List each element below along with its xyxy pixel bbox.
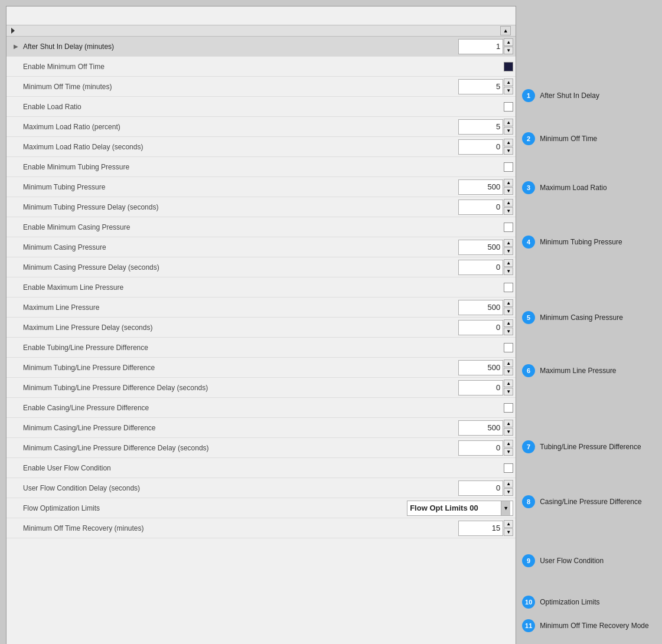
checkbox-control-enable-min-tubing-pressure (454, 162, 513, 172)
number-input-min-off-time-recovery[interactable] (458, 521, 503, 536)
spin-up-min-tubing-pressure-delay[interactable]: ▲ (504, 199, 513, 207)
number-input-min-off-time[interactable] (458, 79, 503, 94)
checkbox-enable-load-ratio[interactable] (504, 102, 513, 112)
row-min-tubing-pressure-delay[interactable]: Minimum Tubing Pressure Delay (seconds) … (6, 197, 516, 217)
collapse-icon (11, 28, 15, 34)
spin-up-min-casing-line-diff[interactable]: ▲ (504, 420, 513, 427)
row-label-max-load-ratio-delay: Maximum Load Ratio Delay (seconds) (23, 143, 454, 151)
checkbox-enable-min-off-time[interactable] (504, 62, 513, 71)
checkbox-enable-max-line-pressure[interactable] (504, 283, 513, 292)
spin-down-max-load-ratio[interactable]: ▼ (504, 127, 513, 135)
spin-up-max-line-pressure-delay[interactable]: ▲ (504, 319, 513, 327)
row-min-tubing-line-diff-delay[interactable]: Minimum Tubing/Line Pressure Difference … (6, 378, 516, 398)
row-min-casing-pressure[interactable]: Minimum Casing Pressure ▲ ▼ (6, 237, 516, 257)
spin-down-min-tubing-line-diff[interactable]: ▼ (504, 368, 513, 375)
dropdown-arrow-flow-optimization-limits[interactable]: ▼ (501, 501, 510, 515)
spin-up-max-load-ratio-delay[interactable]: ▲ (504, 139, 513, 146)
row-enable-min-tubing-pressure[interactable]: Enable Minimum Tubing Pressure (6, 157, 516, 177)
spin-up-max-line-pressure[interactable]: ▲ (504, 299, 513, 307)
row-min-casing-pressure-delay[interactable]: Minimum Casing Pressure Delay (seconds) … (6, 257, 516, 277)
row-label-max-load-ratio: Maximum Load Ratio (percent) (23, 123, 454, 131)
spin-up-user-flow-condition-delay[interactable]: ▲ (504, 480, 513, 488)
number-input-min-casing-line-diff-delay[interactable] (458, 440, 503, 456)
spin-up-min-off-time[interactable]: ▲ (504, 79, 513, 86)
spin-down-min-casing-line-diff[interactable]: ▼ (504, 428, 513, 436)
spin-down-max-load-ratio-delay[interactable]: ▼ (504, 147, 513, 155)
spin-up-min-casing-pressure[interactable]: ▲ (504, 239, 513, 247)
number-input-min-tubing-pressure[interactable] (458, 179, 503, 195)
row-flow-optimization-limits[interactable]: Flow Optimization Limits Flow Opt Limits… (6, 498, 516, 518)
row-min-off-time-recovery[interactable]: Minimum Off Time Recovery (minutes) ▲ ▼ (6, 518, 516, 538)
row-min-off-time[interactable]: Minimum Off Time (minutes) ▲ ▼ (6, 77, 516, 97)
number-input-min-tubing-line-diff[interactable] (458, 360, 503, 375)
annotation-badge-6: 6 (522, 364, 535, 377)
section-header[interactable]: ▲ (6, 25, 516, 37)
spin-up-max-load-ratio[interactable]: ▲ (504, 119, 513, 126)
dropdown-flow-optimization-limits[interactable]: Flow Opt Limits 00 ▼ (407, 501, 513, 516)
row-enable-user-flow-condition[interactable]: Enable User Flow Condition (6, 458, 516, 478)
row-min-casing-line-diff[interactable]: Minimum Casing/Line Pressure Difference … (6, 418, 516, 438)
number-control-min-tubing-line-diff: ▲ ▼ (454, 359, 513, 375)
row-enable-casing-line-diff[interactable]: Enable Casing/Line Pressure Difference (6, 398, 516, 418)
annotation-label-1: After Shut In Delay (540, 91, 599, 100)
row-min-tubing-pressure[interactable]: Minimum Tubing Pressure ▲ ▼ (6, 177, 516, 197)
number-input-max-line-pressure-delay[interactable] (458, 320, 503, 335)
spin-up-min-tubing-line-diff-delay[interactable]: ▲ (504, 380, 513, 387)
row-after-shut-in-delay[interactable]: ▶ After Shut In Delay (minutes) ▲ ▼ (6, 37, 516, 57)
spin-down-user-flow-condition-delay[interactable]: ▼ (504, 488, 513, 496)
annotation-label-8: Casing/Line Pressure Difference (540, 498, 642, 506)
spin-down-min-tubing-line-diff-delay[interactable]: ▼ (504, 388, 513, 395)
row-expand-icon[interactable]: ▶ (11, 43, 21, 50)
annotation-8: 8 Casing/Line Pressure Difference (522, 495, 642, 508)
number-control-min-casing-line-diff: ▲ ▼ (454, 420, 513, 436)
checkbox-enable-user-flow-condition[interactable] (504, 463, 513, 473)
number-input-max-load-ratio[interactable] (458, 119, 503, 135)
spin-up-min-tubing-line-diff[interactable]: ▲ (504, 359, 513, 367)
spin-up-min-casing-line-diff-delay[interactable]: ▲ (504, 440, 513, 447)
checkbox-enable-tubing-line-diff[interactable] (504, 343, 513, 352)
row-enable-load-ratio[interactable]: Enable Load Ratio (6, 97, 516, 117)
number-input-min-tubing-pressure-delay[interactable] (458, 200, 503, 215)
row-enable-tubing-line-diff[interactable]: Enable Tubing/Line Pressure Difference (6, 338, 516, 358)
row-min-casing-line-diff-delay[interactable]: Minimum Casing/Line Pressure Difference … (6, 438, 516, 458)
spin-up-min-off-time-recovery[interactable]: ▲ (504, 520, 513, 528)
annotation-badge-1: 1 (522, 89, 535, 102)
checkbox-enable-casing-line-diff[interactable] (504, 403, 513, 413)
spin-down-max-line-pressure-delay[interactable]: ▼ (504, 328, 513, 335)
number-input-max-line-pressure[interactable] (458, 300, 503, 315)
row-enable-max-line-pressure[interactable]: Enable Maximum Line Pressure (6, 277, 516, 298)
checkbox-enable-min-tubing-pressure[interactable] (504, 162, 513, 172)
row-min-tubing-line-diff[interactable]: Minimum Tubing/Line Pressure Difference … (6, 358, 516, 378)
row-max-load-ratio[interactable]: Maximum Load Ratio (percent) ▲ ▼ (6, 117, 516, 137)
spin-down-min-tubing-pressure-delay[interactable]: ▼ (504, 207, 513, 215)
number-input-min-casing-pressure[interactable] (458, 240, 503, 255)
scroll-up-button[interactable]: ▲ (500, 26, 511, 35)
row-max-load-ratio-delay[interactable]: Maximum Load Ratio Delay (seconds) ▲ ▼ (6, 137, 516, 157)
number-input-min-casing-line-diff[interactable] (458, 420, 503, 436)
row-label-min-casing-line-diff-delay: Minimum Casing/Line Pressure Difference … (23, 444, 454, 452)
spin-up-after-shut-in-delay[interactable]: ▲ (504, 38, 513, 46)
spin-down-min-off-time[interactable]: ▼ (504, 87, 513, 94)
row-enable-min-off-time[interactable]: Enable Minimum Off Time (6, 57, 516, 77)
number-input-min-tubing-line-diff-delay[interactable] (458, 380, 503, 395)
spin-btns-min-casing-pressure-delay: ▲ ▼ (504, 259, 513, 275)
spin-down-min-tubing-pressure[interactable]: ▼ (504, 187, 513, 195)
row-max-line-pressure[interactable]: Maximum Line Pressure ▲ ▼ (6, 298, 516, 318)
spin-up-min-casing-pressure-delay[interactable]: ▲ (504, 259, 513, 267)
spin-down-max-line-pressure[interactable]: ▼ (504, 308, 513, 315)
spin-down-min-casing-line-diff-delay[interactable]: ▼ (504, 448, 513, 456)
spin-down-min-casing-pressure-delay[interactable]: ▼ (504, 267, 513, 275)
spin-down-min-casing-pressure[interactable]: ▼ (504, 247, 513, 255)
row-user-flow-condition-delay[interactable]: User Flow Condition Delay (seconds) ▲ ▼ (6, 478, 516, 498)
number-input-user-flow-condition-delay[interactable] (458, 480, 503, 496)
row-max-line-pressure-delay[interactable]: Maximum Line Pressure Delay (seconds) ▲ … (6, 318, 516, 338)
row-enable-min-casing-pressure[interactable]: Enable Minimum Casing Pressure (6, 217, 516, 237)
spin-btns-max-load-ratio: ▲ ▼ (504, 119, 513, 135)
number-input-min-casing-pressure-delay[interactable] (458, 260, 503, 275)
spin-up-min-tubing-pressure[interactable]: ▲ (504, 179, 513, 187)
number-input-after-shut-in-delay[interactable] (458, 39, 503, 54)
spin-down-after-shut-in-delay[interactable]: ▼ (504, 47, 513, 54)
number-input-max-load-ratio-delay[interactable] (458, 139, 503, 155)
spin-down-min-off-time-recovery[interactable]: ▼ (504, 528, 513, 536)
checkbox-enable-min-casing-pressure[interactable] (504, 223, 513, 232)
